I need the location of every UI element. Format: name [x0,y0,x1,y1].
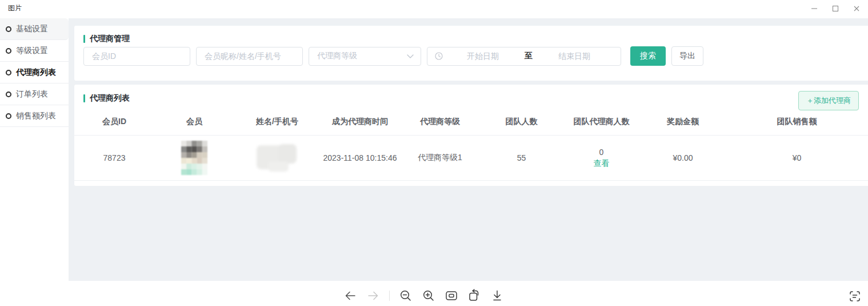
agent-management-panel: 代理商管理 代理商等级 至 [74,26,868,81]
back-button[interactable] [343,289,357,303]
fit-to-window-button[interactable] [445,289,458,303]
window-title: 图片 [8,3,22,13]
column-header-reward-amount: 奖励金额 [640,117,726,127]
column-header-agent-level: 代理商等级 [400,117,480,127]
cell-become-time: 2023-11-08 10:15:46 [320,153,400,162]
panel-title: 代理商管理 [83,34,130,44]
circle-icon [6,70,11,75]
sidebar-item-label: 等级设置 [16,46,48,56]
table-header-row: 会员ID 会员 姓名/手机号 成为代理商时间 代理商等级 团队人数 团队代理商人… [74,112,868,132]
title-accent-bar [83,94,85,102]
forward-icon [366,289,380,303]
agent-list-panel: 代理商列表 ＋添加代理商 会员ID 会员 姓名/手机号 成为代理商时间 代理商等… [74,85,868,186]
circle-icon [6,113,11,119]
blurred-name [257,144,298,172]
column-header-name-phone: 姓名/手机号 [234,117,320,127]
clock-icon [434,51,443,61]
image-viewer-window: 图片 基础设置 等级设置 代理商列表 订单列表 [0,0,868,306]
sidebar: 基础设置 等级设置 代理商列表 订单列表 销售额列表 [0,18,69,281]
window-controls [803,0,867,17]
cell-team-count: 55 [480,153,563,162]
circle-icon [6,92,11,97]
sidebar-item-agent-list[interactable]: 代理商列表 [0,62,69,84]
cell-team-sales: ¥0 [726,153,868,162]
select-placeholder: 代理商等级 [317,51,357,61]
circle-icon [6,48,11,54]
column-header-team-sales: 团队销售额 [726,117,868,127]
column-header-team-agent-count: 团队代理商人数 [563,117,640,127]
sidebar-item-basic-settings[interactable]: 基础设置 [0,18,69,40]
viewer-footer [0,281,868,306]
column-header-become-time: 成为代理商时间 [320,117,400,127]
sidebar-item-label: 销售额列表 [16,111,56,121]
zoom-in-button[interactable] [422,289,435,303]
search-button[interactable]: 搜索 [630,46,666,66]
table-title-text: 代理商列表 [90,93,130,104]
search-form: 代理商等级 至 搜索 导出 [83,46,703,66]
sidebar-item-order-list[interactable]: 订单列表 [0,84,69,105]
column-header-team-count: 团队人数 [480,117,563,127]
sidebar-item-label: 基础设置 [16,24,48,34]
rotate-button[interactable] [467,289,481,303]
toolbar-divider [389,291,390,301]
fit-to-window-icon [445,289,458,303]
member-id-input[interactable] [83,47,190,66]
date-range-picker[interactable]: 至 [427,47,621,66]
panel-title-text: 代理商管理 [90,34,130,44]
forward-button[interactable] [366,289,380,303]
maximize-button[interactable] [825,0,846,17]
table-title: 代理商列表 [83,93,130,104]
cell-agent-level: 代理商等级1 [400,153,480,163]
member-name-input[interactable] [196,47,303,66]
maximize-icon [832,5,839,12]
titlebar: 图片 [0,0,868,18]
back-icon [343,289,357,303]
zoom-out-button[interactable] [399,289,413,303]
column-header-member-id: 会员ID [74,117,154,127]
rotate-icon [467,289,481,303]
export-button[interactable]: 导出 [671,46,703,66]
download-button[interactable] [490,289,504,303]
minimize-icon [811,5,818,12]
zoom-out-icon [399,289,413,303]
table-row: 78723 2023-11-08 10:1 [74,135,868,181]
team-agent-count-value: 0 [599,148,604,157]
cell-member-avatar [154,141,234,175]
sidebar-item-label: 订单列表 [16,89,48,100]
view-link[interactable]: 查看 [594,158,610,169]
ocr-scan-button[interactable] [849,290,861,303]
avatar [181,141,207,175]
ocr-scan-icon [849,291,861,302]
download-icon [490,289,504,303]
cell-member-id: 78723 [74,153,154,162]
close-button[interactable] [846,0,867,17]
start-date-input[interactable] [443,51,522,61]
chevron-down-icon [407,54,414,59]
sidebar-item-label: 代理商列表 [16,67,56,78]
column-header-member: 会员 [154,117,234,127]
end-date-input[interactable] [535,51,614,61]
date-range-separator: 至 [522,51,535,61]
viewer-toolbar [343,289,504,303]
sidebar-item-level-settings[interactable]: 等级设置 [0,40,69,62]
sidebar-item-sales-list[interactable]: 销售额列表 [0,105,69,127]
close-icon [853,5,860,12]
main-content: 代理商管理 代理商等级 至 [69,18,868,281]
circle-icon [6,26,11,32]
title-accent-bar [83,35,85,43]
minimize-button[interactable] [803,0,825,17]
agent-level-select[interactable]: 代理商等级 [309,47,421,66]
add-agent-button[interactable]: ＋添加代理商 [798,91,859,110]
cell-name-phone [234,144,320,172]
zoom-in-icon [422,289,435,303]
cell-team-agent-count: 0 查看 [563,148,640,169]
cell-reward-amount: ¥0.00 [640,153,726,162]
